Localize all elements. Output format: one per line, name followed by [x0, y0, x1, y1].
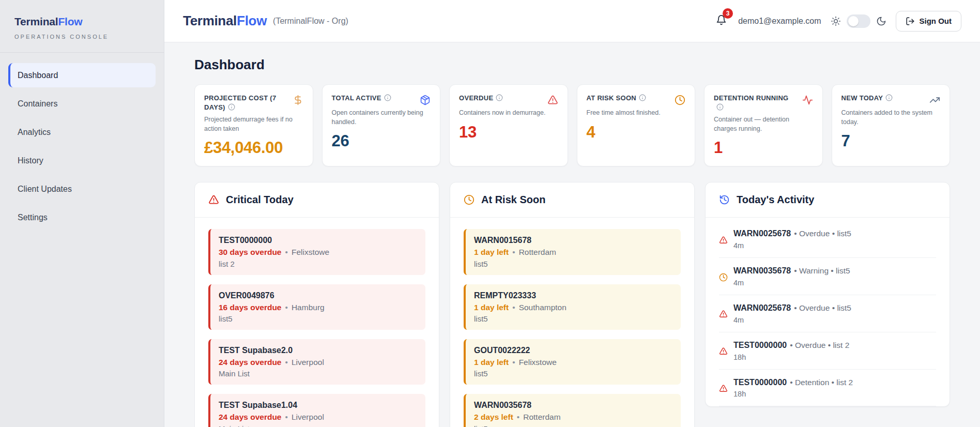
separator-dot: • — [285, 247, 287, 258]
page-title: Dashboard — [194, 57, 950, 73]
panel-title: Today's Activity — [737, 194, 814, 206]
activity-icon — [802, 95, 813, 105]
container-status-line: 1 day left • Felixstowe — [474, 357, 672, 368]
separator-dot: • — [285, 302, 287, 313]
logo-part-1: Terminal — [14, 16, 58, 27]
overdue-status: 16 days overdue — [219, 302, 281, 313]
container-list: list5 — [474, 258, 672, 270]
stat-card: PROJECTED COST (7 DAYS) Projected demurr… — [194, 84, 313, 166]
container-location: Southampton — [519, 302, 566, 313]
info-icon[interactable] — [639, 94, 646, 101]
todays-activity-panel: Today's Activity WARN0025678• Overdue • … — [705, 182, 950, 407]
activity-line: WARN0025678• Overdue • list5 — [733, 228, 851, 239]
sidebar-item[interactable]: Analytics — [8, 120, 156, 144]
panel-header: Critical Today — [195, 182, 439, 218]
separator-dot: • — [517, 411, 519, 423]
info-icon[interactable] — [716, 103, 724, 111]
info-icon[interactable] — [885, 94, 893, 101]
app-logo: TerminalFlow — [183, 13, 267, 29]
sidebar-item-label: Settings — [18, 213, 48, 222]
stats-row: PROJECTED COST (7 DAYS) Projected demurr… — [194, 84, 950, 166]
critical-item[interactable]: TEST Supabase2.0 24 days overdue • Liver… — [208, 339, 425, 385]
info-icon[interactable] — [384, 94, 391, 101]
days-left-status: 2 days left — [474, 411, 513, 423]
stat-card: DETENTION RUNNING Container out — detent… — [704, 84, 823, 166]
alert-triangle-icon — [719, 379, 728, 399]
theme-toggle[interactable] — [847, 14, 870, 28]
clock-icon — [719, 267, 728, 287]
critical-item[interactable]: OVER0049876 16 days overdue • Hamburg li… — [208, 284, 425, 330]
logo-part-2: Flow — [58, 16, 82, 27]
activity-time: 18h — [733, 353, 849, 361]
container-name: GOUT0022222 — [474, 344, 672, 357]
separator-dot: • — [512, 357, 515, 368]
stat-card-value: £34,046.00 — [204, 139, 303, 157]
log-out-icon — [906, 17, 915, 26]
stat-card-label: NEW TODAY — [841, 94, 883, 102]
activity-time: 18h — [733, 390, 853, 398]
stat-card-title: PROJECTED COST (7 DAYS) — [204, 94, 288, 112]
sidebar-subtitle: OPERATIONS CONSOLE — [14, 34, 149, 40]
days-left-status: 1 day left — [474, 357, 509, 368]
container-location: Rotterdam — [523, 411, 560, 423]
page-content: Dashboard PROJECTED COST (7 DAYS) Projec… — [164, 42, 980, 427]
stat-card-title: NEW TODAY — [841, 94, 893, 103]
activity-time: 4m — [733, 279, 850, 287]
container-name: TEST0000000 — [219, 234, 417, 247]
separator-dot: • — [285, 357, 287, 368]
info-icon[interactable] — [228, 103, 235, 111]
days-left-status: 1 day left — [474, 247, 509, 258]
stat-card-label: DETENTION RUNNING — [714, 94, 789, 102]
stat-card-description: Free time almost finished. — [587, 109, 686, 118]
container-list: Main List — [219, 368, 417, 379]
sidebar-nav: Dashboard Containers Analytics History C… — [0, 53, 164, 230]
stat-card-header: DETENTION RUNNING — [714, 94, 813, 112]
sidebar-item-label: Client Updates — [18, 185, 72, 194]
sign-out-button[interactable]: Sign Out — [896, 11, 962, 32]
top-bar-actions: 3 demo1@example.com Sign Out — [714, 11, 961, 32]
sidebar-item[interactable]: History — [8, 148, 156, 173]
stat-card: TOTAL ACTIVE Open containers currently b… — [322, 84, 441, 166]
sidebar-item-label: Containers — [18, 99, 57, 109]
moon-icon — [876, 16, 886, 26]
panel-body: WARN0015678 1 day left • Rotterdam list5… — [450, 218, 694, 427]
stat-card-label: OVERDUE — [459, 94, 493, 102]
info-icon[interactable] — [496, 94, 503, 101]
stat-card-label: TOTAL ACTIVE — [332, 94, 381, 102]
at-risk-item[interactable]: WARN0035678 2 days left • Rotterdam list… — [464, 394, 681, 427]
container-list: Main List — [219, 423, 417, 427]
notification-badge: 3 — [723, 8, 733, 19]
container-location: Felixstowe — [292, 247, 329, 258]
container-status-line: 1 day left • Southampton — [474, 302, 672, 313]
activity-meta: • Overdue • list5 — [794, 229, 851, 238]
days-left-status: 1 day left — [474, 302, 509, 313]
sidebar-item[interactable]: Settings — [8, 205, 156, 230]
critical-item[interactable]: TEST Supabase1.04 24 days overdue • Live… — [208, 394, 425, 427]
critical-item[interactable]: TEST0000000 30 days overdue • Felixstowe… — [208, 229, 425, 274]
container-location: Liverpool — [292, 357, 324, 368]
sidebar-item[interactable]: Client Updates — [8, 177, 156, 201]
container-name: REMPTY023333 — [474, 289, 672, 302]
at-risk-item[interactable]: WARN0015678 1 day left • Rotterdam list5 — [464, 229, 681, 274]
activity-meta: • Overdue • list 2 — [790, 341, 849, 349]
stat-card-value: 13 — [459, 123, 558, 142]
dollar-icon — [293, 95, 303, 105]
panel-title: At Risk Soon — [481, 194, 545, 206]
notifications-button[interactable]: 3 — [714, 12, 729, 30]
container-name: WARN0035678 — [474, 399, 672, 411]
sidebar-item[interactable]: Containers — [8, 91, 156, 116]
at-risk-item[interactable]: GOUT0022222 1 day left • Felixstowe list… — [464, 339, 681, 385]
stat-card-header: TOTAL ACTIVE — [332, 94, 431, 105]
container-name: OVER0049876 — [219, 289, 417, 302]
stat-card-value: 1 — [714, 139, 813, 157]
activity-row: WARN0025678• Overdue • list5 4m — [719, 221, 936, 258]
at-risk-item[interactable]: REMPTY023333 1 day left • Southampton li… — [464, 284, 681, 330]
panels-row: Critical Today TEST0000000 30 days overd… — [194, 182, 950, 427]
stat-card-title: OVERDUE — [459, 94, 503, 103]
container-location: Felixstowe — [519, 357, 557, 368]
sidebar-item[interactable]: Dashboard — [8, 63, 156, 87]
activity-row: TEST0000000• Detention • list 2 18h — [719, 370, 936, 407]
activity-content: TEST0000000• Overdue • list 2 18h — [733, 340, 849, 361]
stat-card-description: Containers added to the system today. — [841, 109, 941, 127]
stat-card: NEW TODAY Containers added to the system… — [832, 84, 951, 166]
